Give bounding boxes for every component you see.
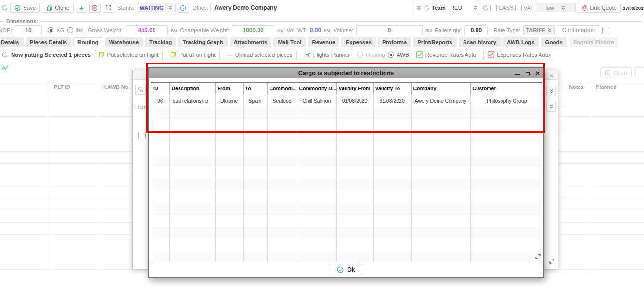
add-button[interactable]: + <box>76 3 87 13</box>
restriction-row[interactable]: 96 bad relationship Ukraine Spain Seafoo… <box>151 95 542 107</box>
history-button[interactable] <box>178 3 189 13</box>
priority-dropdown[interactable]: low <box>536 3 576 12</box>
tab-tracking-graph[interactable]: Tracking Graph <box>178 37 227 47</box>
chart-up-green-icon <box>416 51 423 58</box>
popup-close-button[interactable]: × <box>548 72 555 79</box>
cass-checkbox[interactable] <box>490 5 497 11</box>
office-refresh-icon[interactable] <box>424 5 430 11</box>
rate-type-dropdown[interactable]: TARIFF <box>523 25 555 35</box>
tab-warehouse[interactable]: Warehouse <box>105 37 143 47</box>
clone-button[interactable]: Clone <box>42 3 74 13</box>
window-controls: × <box>515 68 541 78</box>
fullscreen-button[interactable] <box>103 3 114 13</box>
tab-pieces-details[interactable]: Pieces Details <box>26 37 71 47</box>
column-header-hawb-no[interactable]: H.AWB No. <box>102 84 129 90</box>
popup-resize-grip[interactable] <box>548 258 555 265</box>
volume-input[interactable]: 0 <box>356 25 423 35</box>
office-chevron-down-icon[interactable] <box>416 5 422 11</box>
tab-attachments[interactable]: Attachments <box>230 37 272 47</box>
tab-tracking[interactable]: Tracking <box>145 37 176 47</box>
col-header-commodity[interactable]: Commodi... <box>267 83 297 95</box>
col-header-from[interactable]: From <box>215 83 243 95</box>
save-button[interactable]: Save <box>10 3 40 13</box>
maximize-button[interactable] <box>525 70 530 76</box>
flights-planner-button[interactable]: Flights Planner <box>300 50 355 60</box>
modal-titlebar[interactable]: Cargo is subjected to restrictions × <box>149 68 543 78</box>
column-header-planned[interactable]: Planned <box>596 84 617 90</box>
gross-weight-unit: KG <box>171 28 178 33</box>
priority-value: low <box>545 5 554 11</box>
ok-button[interactable]: Ok <box>330 264 362 275</box>
confirmation-checkbox[interactable] <box>602 27 609 34</box>
popup-select-all-checkbox[interactable] <box>138 132 146 139</box>
col-header-to[interactable]: To <box>243 83 267 95</box>
empty-row <box>151 251 542 263</box>
tab-print-reports[interactable]: Print/Reports <box>413 37 457 47</box>
routing-radio[interactable] <box>357 52 363 58</box>
team-dropdown[interactable]: RED <box>448 3 480 12</box>
gross-weight-input[interactable]: 850.00 <box>126 25 168 35</box>
lbs-radio[interactable] <box>67 27 73 33</box>
link-quote-label: Link Quote <box>590 5 617 11</box>
col-header-id[interactable]: ID <box>151 83 169 95</box>
col-header-commodity-d[interactable]: Commodity D... <box>297 83 336 95</box>
tab-expenses[interactable]: Expenses <box>341 37 376 47</box>
empty-row <box>151 155 542 167</box>
tab-awb-logs[interactable]: AWB Logs <box>502 37 539 47</box>
open-label: Open <box>613 70 627 75</box>
pallets-qty-input[interactable]: 0.00 <box>464 25 488 35</box>
tab-routing[interactable]: Routing <box>73 37 103 47</box>
modal-resize-grip[interactable] <box>534 253 541 260</box>
awb-radio[interactable] <box>388 52 394 58</box>
column-header-notes[interactable]: Notes <box>569 84 584 90</box>
popup-expand-button[interactable] <box>546 86 556 96</box>
link-quote-button[interactable]: @ Link Quote <box>578 3 621 13</box>
vat-checkbox[interactable] <box>515 5 522 11</box>
note-icon <box>98 51 105 58</box>
kg-radio-label: KG <box>56 27 64 33</box>
tab-proforma[interactable]: Proforma <box>378 37 411 47</box>
popup-search-button[interactable] <box>135 84 146 95</box>
awb-radio-label: AWB <box>397 52 409 58</box>
put-all-on-flight-button[interactable]: Put all on flight <box>166 50 219 60</box>
refresh-icon[interactable] <box>1 4 8 11</box>
col-header-company[interactable]: Company <box>411 83 470 95</box>
pallets-qty-value: 0.00 <box>471 27 482 34</box>
col-header-validity-from[interactable]: Validity From <box>336 83 373 95</box>
open-button[interactable]: Open <box>600 67 632 77</box>
cut-off-button[interactable] <box>635 67 644 77</box>
routing-refresh-icon[interactable] <box>1 51 8 58</box>
put-selected-on-flight-button[interactable]: Put selected on flight <box>94 50 163 60</box>
popup-expand-button-2[interactable] <box>546 101 556 112</box>
column-divider <box>566 81 566 93</box>
at-icon: @ <box>582 4 588 11</box>
chargeable-weight-value: 1000.00 <box>243 27 263 34</box>
empty-row <box>151 239 542 251</box>
rate-type-label: Rate Type: <box>493 27 520 33</box>
kg-radio[interactable] <box>48 27 53 33</box>
dimensions-section: Dimensions: NOP: 10 KG lbs Gross Weight:… <box>0 15 644 37</box>
empty-row <box>151 203 542 215</box>
tab-goods[interactable]: Goods <box>541 37 567 47</box>
tab-scan-history[interactable]: Scan history <box>459 37 501 47</box>
team-refresh-icon[interactable] <box>482 5 489 11</box>
nop-input[interactable]: 10 <box>15 25 42 35</box>
status-dropdown[interactable]: WAITING <box>137 3 176 12</box>
col-header-validity-to[interactable]: Validity To <box>373 83 411 95</box>
col-header-customer[interactable]: Customer <box>470 83 542 95</box>
office-input[interactable]: Awery Demo Company <box>210 3 414 12</box>
chargeable-weight-input[interactable]: 1000.00 <box>232 25 274 35</box>
tab-details[interactable]: Details <box>0 37 24 47</box>
gross-weight-label: Gross Weight: <box>88 27 123 33</box>
minimize-button[interactable] <box>515 70 520 76</box>
column-header-plt-id[interactable]: PLT ID <box>54 84 70 90</box>
col-header-description[interactable]: Description <box>169 83 215 95</box>
unload-selected-pieces-button[interactable]: — Unload selected pieces <box>223 50 297 60</box>
modal-footer: Ok <box>149 262 543 277</box>
tab-revenue[interactable]: Revenue <box>308 37 339 47</box>
tab-mail-tool[interactable]: Mail Tool <box>273 37 306 47</box>
revenue-rates-auto-button[interactable]: Revenue Rates Auto <box>412 50 481 60</box>
expenses-rates-auto-button[interactable]: Expenses Rates Auto <box>483 50 554 60</box>
cancel-button[interactable] <box>89 3 101 13</box>
close-button[interactable]: × <box>535 70 541 76</box>
